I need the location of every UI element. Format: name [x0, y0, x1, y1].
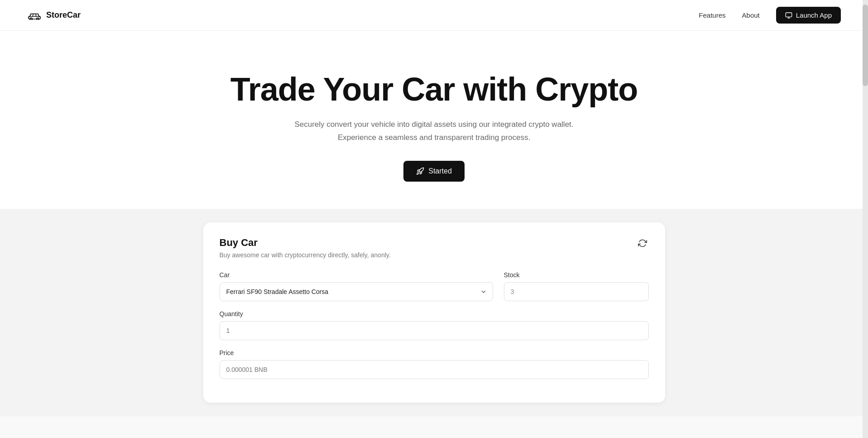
scrollbar-track[interactable]: [863, 0, 868, 438]
car-label: Car: [220, 271, 493, 279]
hero-subtitle-line2: Experience a seamless and transparent tr…: [338, 133, 530, 142]
car-icon: [27, 11, 42, 20]
card-header-text: Buy Car Buy awesome car with cryptocurre…: [220, 237, 391, 259]
card-description: Buy awesome car with cryptocurrency dire…: [220, 251, 391, 259]
scrollbar-thumb[interactable]: [863, 5, 868, 86]
refresh-button[interactable]: [636, 237, 649, 251]
buy-car-card: Buy Car Buy awesome car with cryptocurre…: [203, 222, 665, 403]
svg-rect-5: [786, 13, 791, 17]
card-header: Buy Car Buy awesome car with cryptocurre…: [220, 237, 649, 259]
hero-subtitle-line1: Securely convert your vehicle into digit…: [294, 120, 573, 129]
stock-label: Stock: [504, 271, 649, 279]
navbar: StoreCar Features About Launch App: [0, 0, 868, 31]
nav-links: Features About Launch App: [699, 7, 841, 24]
started-button[interactable]: Started: [403, 161, 465, 182]
hero-section: Trade Your Car with Crypto Securely conv…: [0, 31, 868, 209]
card-section: Buy Car Buy awesome car with cryptocurre…: [0, 209, 868, 416]
price-row: Price: [220, 349, 649, 379]
refresh-icon: [638, 239, 647, 248]
card-title: Buy Car: [220, 237, 391, 249]
nav-about[interactable]: About: [742, 11, 760, 19]
car-stock-row: Car Ferrari SF90 Stradale Assetto Corsa …: [220, 271, 649, 301]
price-input[interactable]: [220, 360, 649, 379]
quantity-label: Quantity: [220, 310, 649, 318]
quantity-input[interactable]: [220, 321, 649, 340]
stock-group: Stock: [504, 271, 649, 301]
logo[interactable]: StoreCar: [27, 10, 81, 20]
launch-app-label: Launch App: [796, 11, 832, 19]
stock-input[interactable]: [504, 282, 649, 301]
quantity-group: Quantity: [220, 310, 649, 340]
started-label: Started: [428, 167, 452, 175]
logo-text: StoreCar: [46, 10, 81, 20]
monitor-icon: [785, 12, 792, 19]
nav-features[interactable]: Features: [699, 11, 725, 19]
quantity-row: Quantity: [220, 310, 649, 340]
car-select[interactable]: Ferrari SF90 Stradale Assetto Corsa: [220, 282, 493, 301]
car-group: Car Ferrari SF90 Stradale Assetto Corsa: [220, 271, 493, 301]
hero-subtitle: Securely convert your vehicle into digit…: [294, 118, 573, 144]
hero-title: Trade Your Car with Crypto: [230, 72, 638, 107]
price-label: Price: [220, 349, 649, 356]
price-group: Price: [220, 349, 649, 379]
launch-app-button[interactable]: Launch App: [776, 7, 841, 24]
rocket-icon: [416, 167, 424, 175]
